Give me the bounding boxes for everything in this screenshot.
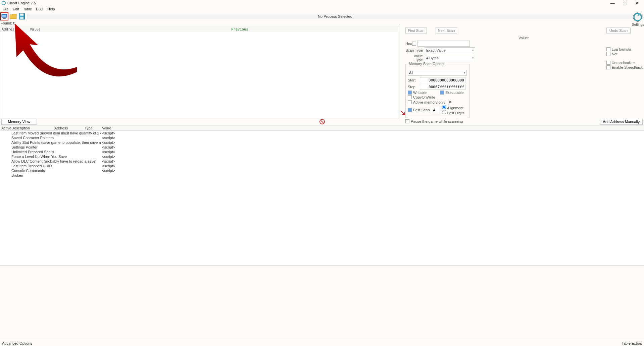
svg-rect-3 <box>3 18 5 18</box>
chevron-down-icon: ▾ <box>472 56 474 60</box>
col-address[interactable]: Address <box>53 126 83 130</box>
no-entry-icon[interactable] <box>319 119 325 124</box>
results-col-previous[interactable]: Previous <box>230 27 250 31</box>
menu-d3d[interactable]: D3D <box>36 7 43 11</box>
row-description: Last Item Dropped UUID <box>10 164 101 168</box>
first-scan-button[interactable]: First Scan <box>405 27 427 34</box>
open-process-button[interactable] <box>0 12 8 20</box>
chevron-down-icon: ▾ <box>464 71 465 74</box>
titlebar: Cheat Engine 7.5 — ▢ ✕ <box>0 0 644 6</box>
copyonwrite-checkbox[interactable] <box>408 95 412 99</box>
menu-help[interactable]: Help <box>47 7 55 11</box>
advanced-options-button[interactable]: Advanced Options <box>2 341 32 345</box>
maximize-button[interactable]: ▢ <box>618 1 631 6</box>
window-title: Cheat Engine 7.5 <box>7 1 606 5</box>
app-logo-icon <box>1 1 6 5</box>
address-list-header: Active Description Address Type Value <box>0 125 644 131</box>
writable-checkbox[interactable] <box>408 91 412 95</box>
next-scan-button[interactable]: Next Scan <box>436 27 457 34</box>
fast-scan-checkbox[interactable] <box>408 108 412 112</box>
value-type-label: Value Type <box>405 54 423 62</box>
stop-input[interactable] <box>420 84 465 90</box>
statusbar: Advanced Options Table Extras <box>0 340 644 346</box>
alignment-radio[interactable] <box>442 105 446 109</box>
add-address-manually-button[interactable]: Add Address Manually <box>600 119 643 125</box>
row-description: Allow DLC Content (probably have to relo… <box>10 159 101 163</box>
found-count: Found: 0 <box>0 21 644 26</box>
toolbar: No Process Selected <box>0 12 644 21</box>
table-row[interactable]: Console Commands<script> <box>0 168 644 173</box>
table-row[interactable]: Ability Stat Points (save game to popula… <box>0 140 644 145</box>
settings-button[interactable]: Settings <box>632 12 643 26</box>
value-label: Value: <box>518 36 529 40</box>
value-type-select[interactable]: 4 Bytes▾ <box>425 55 475 61</box>
memory-range-select[interactable]: All▾ <box>408 70 467 76</box>
table-row[interactable]: Settings Pointer<script> <box>0 145 644 150</box>
col-active[interactable]: Active <box>0 126 10 130</box>
results-header: Address Value Previous <box>0 26 399 32</box>
row-value: <script> <box>101 150 121 154</box>
table-row[interactable]: Force a Level Up When You Save<script> <box>0 154 644 159</box>
scan-type-select[interactable]: Exact Value▾ <box>425 47 475 53</box>
row-description: Broken <box>10 173 101 177</box>
value-input[interactable] <box>417 41 470 47</box>
unrandomizer-checkbox[interactable] <box>606 61 610 65</box>
col-type[interactable]: Type <box>83 126 101 130</box>
close-button[interactable]: ✕ <box>631 1 643 6</box>
row-value: <script> <box>101 140 121 145</box>
row-value: <script> <box>101 155 121 159</box>
table-row[interactable]: Allow DLC Content (probably have to relo… <box>0 159 644 164</box>
table-row[interactable] <box>0 178 644 182</box>
menu-file[interactable]: File <box>3 7 9 11</box>
col-description[interactable]: Description <box>10 126 53 130</box>
table-row[interactable]: Saved Character Pointers<script> <box>0 135 644 140</box>
fast-scan-value-input[interactable] <box>432 107 440 113</box>
svg-point-0 <box>2 1 6 5</box>
close-icon[interactable]: ✕ <box>449 100 452 104</box>
save-button[interactable] <box>18 12 26 20</box>
svg-point-8 <box>634 13 641 21</box>
start-input[interactable] <box>420 77 465 83</box>
menubar: File Edit Table D3D Help <box>0 6 644 12</box>
not-checkbox[interactable] <box>606 52 610 56</box>
scan-results[interactable]: Address Value Previous <box>0 26 399 118</box>
row-description: Force a Level Up When You Save <box>10 155 101 159</box>
row-description: Console Commands <box>10 169 101 173</box>
svg-rect-2 <box>2 15 6 17</box>
row-value: <script> <box>101 136 121 140</box>
row-description: Last Item Moved (moved item must have qu… <box>10 131 101 135</box>
table-row[interactable]: Unlimited Prepared Spells<script> <box>0 150 644 154</box>
row-value: <script> <box>101 159 121 163</box>
table-row[interactable]: Last Item Dropped UUID<script> <box>0 164 644 168</box>
results-col-value[interactable]: Value <box>29 27 230 31</box>
row-description: Ability Stat Points (save game to popula… <box>10 140 101 145</box>
scan-panel: First Scan Next Scan Undo Scan Value: He… <box>399 26 644 118</box>
results-col-address[interactable]: Address <box>0 27 29 31</box>
minimize-button[interactable]: — <box>606 1 618 6</box>
active-memory-checkbox[interactable] <box>408 100 412 104</box>
table-row[interactable]: Broken <box>0 173 644 178</box>
memory-view-button[interactable]: Memory View <box>1 119 37 125</box>
last-digits-radio[interactable] <box>442 110 446 114</box>
svg-rect-6 <box>20 14 23 16</box>
speedhack-checkbox[interactable] <box>606 65 610 69</box>
hex-checkbox[interactable] <box>412 42 416 46</box>
col-value[interactable]: Value <box>101 126 134 130</box>
row-description: Unlimited Prepared Spells <box>10 150 101 154</box>
row-description: Settings Pointer <box>10 145 101 149</box>
lua-formula-checkbox[interactable] <box>606 47 610 51</box>
undo-scan-button[interactable]: Undo Scan <box>606 27 631 34</box>
scan-type-label: Scan Type <box>405 48 423 52</box>
memory-scan-options-group: Memory Scan Options All▾ Start Stop Writ… <box>405 64 470 118</box>
chevron-down-icon: ▾ <box>472 49 474 52</box>
svg-point-9 <box>633 13 642 21</box>
open-file-button[interactable] <box>9 12 17 20</box>
executable-checkbox[interactable] <box>440 91 444 95</box>
row-value: <script> <box>101 131 121 135</box>
table-extras-button[interactable]: Table Extras <box>622 341 642 345</box>
menu-table[interactable]: Table <box>23 7 32 11</box>
address-list[interactable]: Active Description Address Type Value La… <box>0 125 644 266</box>
hex-label: Hex <box>405 42 412 46</box>
menu-edit[interactable]: Edit <box>13 7 19 11</box>
table-row[interactable]: Last Item Moved (moved item must have qu… <box>0 131 644 135</box>
